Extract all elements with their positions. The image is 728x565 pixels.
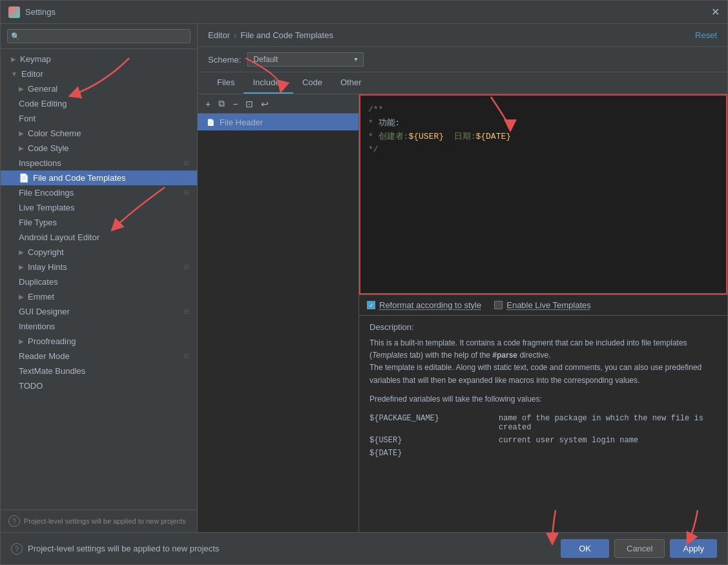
sidebar-item-duplicates[interactable]: Duplicates xyxy=(1,274,197,289)
sidebar-item-label: TODO xyxy=(19,381,43,391)
sidebar-item-gui-designer[interactable]: GUI Designer ⊞ xyxy=(1,304,197,319)
sidebar-item-inspections[interactable]: Inspections ⊞ xyxy=(1,156,197,170)
var-name-package: ${PACKAGE_NAME} xyxy=(369,412,499,434)
parse-directive: #parse xyxy=(492,351,517,360)
scheme-select[interactable]: Default Project xyxy=(247,52,364,67)
code-editor[interactable]: /** * 功能: * 创建者:${USER} 日期:${DATE} */ xyxy=(359,94,727,294)
sidebar-item-file-encodings[interactable]: File Encodings ⊞ xyxy=(1,185,197,200)
title-bar: Settings ✕ xyxy=(1,1,727,24)
scheme-label: Scheme: xyxy=(208,55,241,65)
tab-files[interactable]: Files xyxy=(208,72,244,94)
sidebar-item-code-style[interactable]: ▶ Code Style xyxy=(1,141,197,156)
templates-word: Templates xyxy=(372,351,408,360)
revert-template-button[interactable]: ↩ xyxy=(258,97,271,110)
settings-icon-inlay-hints: ⊞ xyxy=(183,263,189,271)
sidebar-item-label: Reader Mode xyxy=(19,351,70,361)
live-templates-label: Enable Live Templates xyxy=(506,300,591,310)
sidebar-item-textmate-bundles[interactable]: TextMate Bundles xyxy=(1,364,197,378)
table-row: ${DATE} xyxy=(369,447,717,460)
reset-button[interactable]: Reset xyxy=(695,30,717,40)
app-icon xyxy=(8,6,20,18)
sidebar-item-inlay-hints[interactable]: ▶ Inlay Hints ⊞ xyxy=(1,260,197,274)
sidebar-item-label: Inlay Hints xyxy=(28,262,67,272)
sidebar-item-color-scheme[interactable]: ▶ Color Scheme xyxy=(1,126,197,141)
window-title: Settings xyxy=(25,7,56,17)
scheme-select-wrap: Default Project xyxy=(247,52,364,67)
description-title: Description: xyxy=(369,322,717,332)
table-row: ${PACKAGE_NAME} name of the package in w… xyxy=(369,412,717,434)
search-input[interactable] xyxy=(7,29,191,43)
breadcrumb-current: File and Code Templates xyxy=(240,30,333,40)
sidebar-item-label: Color Scheme xyxy=(28,128,81,138)
breadcrumb: Editor › File and Code Templates Reset xyxy=(198,24,727,47)
bottom-help-button[interactable]: ? xyxy=(11,543,23,555)
tabs-bar: Files Includes Code Other xyxy=(198,72,727,94)
live-templates-checkbox[interactable] xyxy=(494,301,503,309)
table-row: ${USER} current user system login name xyxy=(369,434,717,447)
expand-arrow-inlay-hints: ▶ xyxy=(19,263,24,271)
duplicate-template-button[interactable]: ⊡ xyxy=(243,97,256,110)
close-button[interactable]: ✕ xyxy=(711,7,720,17)
sidebar-item-live-templates[interactable]: Live Templates xyxy=(1,200,197,215)
sidebar-item-label: Font xyxy=(19,114,36,123)
sidebar-item-label: Proofreading xyxy=(28,336,76,346)
sidebar-item-label: TextMate Bundles xyxy=(19,366,85,376)
variables-table: ${PACKAGE_NAME} name of the package in w… xyxy=(369,412,717,460)
live-templates-checkbox-item[interactable]: Enable Live Templates xyxy=(494,300,591,310)
sidebar-item-label: Intentions xyxy=(19,322,55,331)
sidebar-item-code-editing[interactable]: Code Editing xyxy=(1,96,197,111)
template-area: + ⧉ − ⊡ ↩ 📄 File Header xyxy=(198,94,727,532)
sidebar-item-emmet[interactable]: ▶ Emmet xyxy=(1,289,197,304)
sidebar-item-general[interactable]: ▶ General xyxy=(1,81,197,96)
var-desc-user: current user system login name xyxy=(499,434,717,447)
copy-template-button[interactable]: ⧉ xyxy=(216,97,227,110)
tab-other[interactable]: Other xyxy=(331,72,371,94)
code-line-2: * 功能: xyxy=(368,117,718,130)
sidebar-item-label: Code Editing xyxy=(19,99,67,108)
expand-arrow-proofreading: ▶ xyxy=(19,338,24,345)
apply-button[interactable]: Apply xyxy=(670,539,717,558)
template-list: 📄 File Header xyxy=(198,114,359,532)
sidebar-item-file-types[interactable]: File Types xyxy=(1,215,197,230)
expand-arrow-copyright: ▶ xyxy=(19,249,24,256)
template-list-item-file-header[interactable]: 📄 File Header xyxy=(198,114,359,130)
bottom-right: OK Cancel Apply xyxy=(561,539,717,558)
help-button[interactable]: ? xyxy=(8,515,20,527)
sidebar-item-file-code-templates[interactable]: 📄 File and Code Templates xyxy=(1,170,197,185)
var-name-date: ${DATE} xyxy=(369,447,499,460)
sidebar-navigation: ▶ Keymap ▼ Editor ▶ General C xyxy=(1,49,197,509)
bottom-left: ? Project-level settings will be applied… xyxy=(11,543,219,555)
sidebar-item-proofreading[interactable]: ▶ Proofreading xyxy=(1,334,197,349)
sidebar-item-editor[interactable]: ▼ Editor xyxy=(1,67,197,81)
add-template-button[interactable]: + xyxy=(203,97,213,110)
expand-arrow-color-scheme: ▶ xyxy=(19,130,24,137)
sidebar-item-label: GUI Designer xyxy=(19,307,70,316)
tab-code[interactable]: Code xyxy=(293,72,331,94)
reformat-checkbox[interactable]: ✓ xyxy=(367,301,375,309)
sidebar-item-copyright[interactable]: ▶ Copyright xyxy=(1,245,197,260)
template-item-label: File Header xyxy=(220,118,263,127)
sidebar-item-todo[interactable]: TODO xyxy=(1,378,197,393)
remove-template-button[interactable]: − xyxy=(230,97,240,110)
bottom-bar: ? Project-level settings will be applied… xyxy=(1,532,727,564)
reformat-label: Reformat according to style xyxy=(379,300,481,310)
settings-icon-inspections: ⊞ xyxy=(183,159,189,167)
expand-arrow-editor: ▼ xyxy=(11,70,17,77)
cancel-button[interactable]: Cancel xyxy=(614,539,665,558)
expand-arrow-keymap: ▶ xyxy=(11,56,16,63)
sidebar-item-keymap[interactable]: ▶ Keymap xyxy=(1,52,197,67)
reformat-checkbox-item[interactable]: ✓ Reformat according to style xyxy=(367,300,481,310)
sidebar-item-android-layout-editor[interactable]: Android Layout Editor xyxy=(1,230,197,245)
ok-button[interactable]: OK xyxy=(561,539,609,558)
breadcrumb-parent: Editor xyxy=(208,30,230,40)
sidebar: 🔍 ▶ Keymap ▼ Editor xyxy=(1,24,198,532)
sidebar-item-font[interactable]: Font xyxy=(1,111,197,126)
sidebar-item-intentions[interactable]: Intentions xyxy=(1,319,197,334)
tab-includes[interactable]: Includes xyxy=(244,72,293,94)
expand-arrow-general: ▶ xyxy=(19,85,24,92)
list-toolbar: + ⧉ − ⊡ ↩ xyxy=(198,94,359,114)
sidebar-item-label: Editor xyxy=(21,69,43,79)
description-body: This is a built-in template. It contains… xyxy=(369,337,717,387)
sidebar-item-reader-mode[interactable]: Reader Mode ⊞ xyxy=(1,349,197,364)
sidebar-item-label: Duplicates xyxy=(19,277,58,287)
